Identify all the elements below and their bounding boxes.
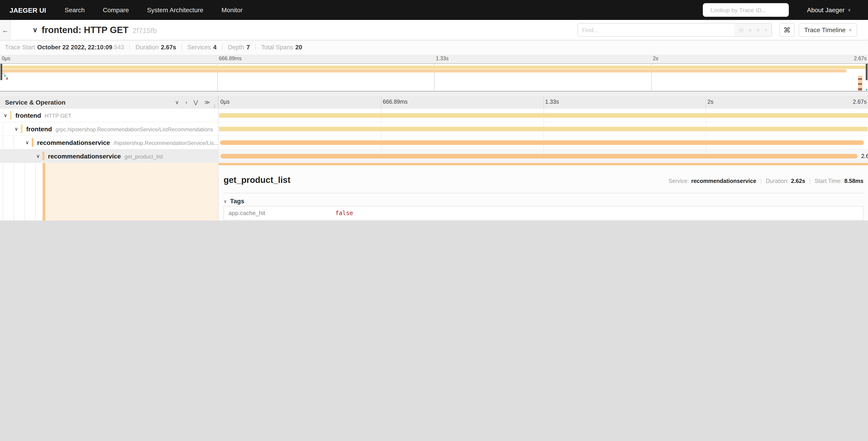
- services-value: 4: [213, 44, 217, 51]
- minimap-span-mark: [858, 86, 862, 87]
- span-name-cell[interactable]: ∨recommendationservice/hipstershop.Recom…: [0, 136, 219, 149]
- span-row[interactable]: ∨frontendgrpc.hipstershop.Recommendation…: [0, 122, 868, 136]
- timeline-tick: 2.67s: [854, 56, 867, 61]
- minimap-ticks: 0μs666.89ms1.33s2s2.67s: [0, 55, 868, 63]
- prev-result-icon[interactable]: ∧: [748, 27, 752, 33]
- collapse-chevron-icon[interactable]: ∨: [25, 140, 29, 145]
- tags-table: app.cache_hitfalseapp.filtered_products.…: [223, 206, 864, 220]
- trace-view-label: Trace Timeline: [804, 26, 846, 33]
- tag-key: app.cache_hit: [224, 206, 335, 219]
- span-duration-bar[interactable]: [220, 140, 864, 145]
- next-result-icon[interactable]: ∨: [756, 27, 760, 33]
- service-label: Service:: [669, 178, 689, 184]
- span-service-name: frontendHTTP GET: [16, 112, 71, 119]
- tag-row[interactable]: app.filtered_products.count8: [224, 220, 863, 220]
- collapse-chevron-icon[interactable]: ∨: [14, 126, 18, 132]
- arrow-left-icon: ←: [2, 26, 9, 34]
- depth-label: Depth: [228, 44, 244, 51]
- nav-item-monitor[interactable]: Monitor: [213, 6, 252, 13]
- span-duration-value: 2.62s: [791, 178, 805, 184]
- find-buttons: ◎ ∧ ∨ ×: [735, 24, 772, 36]
- duration-value: 2.67s: [161, 44, 176, 51]
- span-operation-name: grpc.hipstershop.RecommendationService/L…: [56, 126, 213, 133]
- span-name-cell[interactable]: ∨recommendationserviceget_product_list: [0, 149, 219, 163]
- trace-collapse-chevron-icon[interactable]: ∨: [33, 26, 37, 34]
- service-color-bar: [42, 152, 44, 160]
- span-operation-name: get_product_list: [124, 153, 163, 159]
- timeline-tick: 2s: [708, 99, 713, 105]
- trace-id-search-input[interactable]: [710, 6, 791, 14]
- nav-item-system-architecture[interactable]: System Architecture: [138, 6, 213, 13]
- span-timeline-cell[interactable]: [219, 136, 868, 149]
- span-operation-name: /hipstershop.RecommendationService/Lis..…: [114, 140, 218, 146]
- about-jaeger-menu[interactable]: About Jaeger ∨: [807, 0, 851, 20]
- tag-row[interactable]: app.cache_hitfalse: [224, 206, 863, 220]
- jaeger-trace-page: JAEGER UI SearchCompareSystem Architectu…: [0, 0, 868, 220]
- collapse-all-icon[interactable]: ⋁: [193, 99, 198, 106]
- minimap-left-drag-handle[interactable]: [0, 64, 2, 80]
- keyboard-shortcuts-button[interactable]: ⌘: [779, 23, 795, 37]
- total-spans-label: Total Spans: [261, 44, 293, 51]
- column-resize-handle[interactable]: ∥: [214, 104, 216, 108]
- trace-id-search[interactable]: [703, 3, 789, 17]
- nav-item-compare[interactable]: Compare: [94, 6, 138, 13]
- minimap-span-mark: [858, 76, 862, 78]
- chevron-down-icon: ∨: [848, 8, 851, 12]
- collapse-chevron-icon[interactable]: ∨: [36, 153, 40, 159]
- service-operation-header: Service & Operation ∨ › ⋁ ≫ ∥: [0, 96, 219, 109]
- indent-guide: [3, 163, 3, 220]
- tags-section-toggle[interactable]: ∨ Tags: [223, 198, 244, 205]
- minimap-span-mark: [4, 75, 5, 77]
- minimap-span-mark: [858, 83, 862, 85]
- expand-all-icon[interactable]: ≫: [204, 99, 210, 106]
- nav-item-search[interactable]: Search: [56, 6, 94, 13]
- divider: [223, 193, 864, 193]
- top-nav: JAEGER UI SearchCompareSystem Architectu…: [0, 0, 868, 20]
- span-table-header: Service & Operation ∨ › ⋁ ≫ ∥ 0μs666.89m…: [0, 96, 868, 109]
- expand-one-icon[interactable]: ›: [185, 99, 187, 106]
- locate-icon[interactable]: ◎: [739, 27, 744, 33]
- minimap-right-drag-handle[interactable]: [866, 64, 868, 80]
- span-timeline-cell[interactable]: [219, 109, 868, 122]
- span-name-cell[interactable]: ∨frontendgrpc.hipstershop.Recommendation…: [0, 122, 219, 136]
- minimap-span-mark: [858, 81, 862, 82]
- span-start-label: Start Time:: [815, 178, 842, 184]
- trace-controls: ◎ ∧ ∨ × ⌘ Trace Timeline ∨: [578, 23, 857, 37]
- minimap-span-mark: [858, 88, 862, 91]
- trace-start-value: October 22 2022, 22:10:09: [37, 44, 113, 51]
- minimap-span-mark: [1, 66, 867, 69]
- span-row[interactable]: ∨frontendHTTP GET: [0, 109, 868, 122]
- nav-menu: SearchCompareSystem ArchitectureMonitor: [56, 0, 252, 20]
- indent-guide: [13, 149, 14, 163]
- tag-key: app.filtered_products.count: [224, 220, 335, 220]
- tag-value: 8: [335, 220, 863, 220]
- clear-find-icon[interactable]: ×: [764, 27, 767, 33]
- back-button[interactable]: ←: [0, 20, 11, 40]
- span-row[interactable]: ∨recommendationservice/hipstershop.Recom…: [0, 136, 868, 149]
- span-service-name: recommendationservice/hipstershop.Recomm…: [37, 139, 218, 146]
- span-duration-bar[interactable]: [221, 154, 858, 158]
- trace-title: frontend: HTTP GET2f715fb: [42, 25, 157, 35]
- indent-guide: [35, 163, 36, 220]
- service-value: recommendationservice: [691, 178, 756, 184]
- span-timeline-cell[interactable]: 2.62s: [219, 149, 868, 163]
- collapse-chevron-icon[interactable]: ∨: [4, 112, 7, 118]
- span-duration-bar[interactable]: [219, 113, 868, 117]
- span-duration-bar[interactable]: [219, 126, 868, 131]
- find-input[interactable]: [578, 24, 735, 36]
- service-color-bar: [10, 111, 12, 120]
- trace-view-selector[interactable]: Trace Timeline ∨: [799, 23, 857, 37]
- span-duration-label: Duration:: [766, 178, 788, 184]
- span-timeline-cell[interactable]: [219, 122, 868, 136]
- app-logo[interactable]: JAEGER UI: [0, 6, 56, 14]
- timeline-tick: 666.89ms: [383, 99, 408, 105]
- span-name-cell[interactable]: ∨frontendHTTP GET: [0, 109, 219, 122]
- indent-guide: [3, 122, 3, 136]
- gridline: [381, 96, 381, 109]
- span-row[interactable]: ∨recommendationserviceget_product_list2.…: [0, 149, 868, 163]
- collapse-one-icon[interactable]: ∨: [175, 99, 179, 106]
- gridline: [706, 96, 706, 109]
- service-operation-title: Service & Operation: [0, 99, 66, 106]
- timeline-tick: 2s: [653, 56, 658, 61]
- minimap-canvas[interactable]: [0, 63, 868, 91]
